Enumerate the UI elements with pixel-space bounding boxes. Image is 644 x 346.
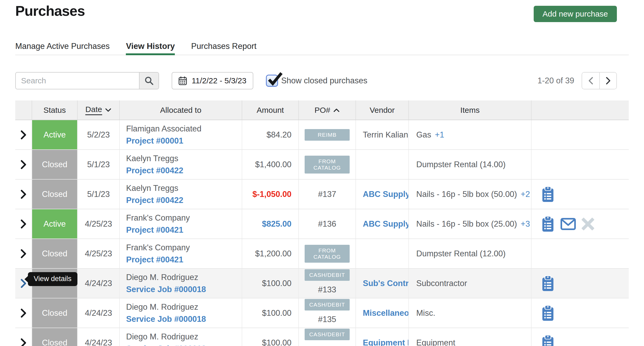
- vendor-cell: ABC Supply: [356, 180, 409, 209]
- vendor-link[interactable]: Miscellaneou...: [363, 308, 408, 318]
- allocated-link[interactable]: Project #00422: [126, 196, 183, 205]
- email-icon[interactable]: [561, 218, 576, 230]
- col-po[interactable]: PO#: [299, 100, 356, 120]
- vendor-cell: Terrin Kalian: [356, 120, 409, 149]
- chevron-right-icon: [605, 76, 611, 85]
- col-status[interactable]: Status: [32, 100, 78, 120]
- vendor-link[interactable]: Equipment R...: [363, 338, 408, 346]
- po-type-badge: FROM CATALOG: [305, 156, 350, 174]
- table-row: Closed 5/1/23 Kaelyn Treggs Project #004…: [15, 180, 629, 209]
- po-number: #133: [318, 285, 336, 294]
- allocated-link[interactable]: Project #00421: [126, 255, 183, 264]
- expand-row-button[interactable]: View details: [15, 269, 32, 298]
- allocated-link[interactable]: Project #00421: [126, 225, 183, 235]
- date-cell: 4/25/23: [78, 239, 120, 268]
- tab-view-history[interactable]: View History: [126, 42, 175, 55]
- items-cell: Dumpster Rental (14.00): [409, 150, 532, 179]
- po-type-badge: FROM CATALOG: [305, 245, 350, 263]
- items-text: Gas: [416, 130, 431, 140]
- date-cell: 5/1/23: [78, 180, 120, 209]
- purchase-order-clipboard-icon[interactable]: [541, 305, 555, 321]
- vendor-link[interactable]: ABC Supply: [363, 219, 408, 229]
- amount-cell: $100.00: [242, 298, 299, 328]
- date-cell: 4/25/23: [78, 209, 120, 238]
- vendor-link[interactable]: Terrin Kalian: [363, 130, 408, 140]
- expand-row-button[interactable]: [15, 180, 32, 209]
- amount-cell: $84.20: [242, 120, 299, 149]
- amount-cell: $825.00: [242, 209, 299, 238]
- items-more-link[interactable]: +3: [521, 219, 530, 229]
- col-po-label: PO#: [314, 106, 330, 115]
- amount-cell: $-1,050.00: [242, 180, 299, 209]
- previous-page-button[interactable]: [582, 73, 599, 89]
- table-row: Closed 5/1/23 Kaelyn Treggs Project #004…: [15, 150, 629, 180]
- purchase-order-clipboard-icon[interactable]: [541, 275, 555, 292]
- actions-cell: [532, 180, 622, 209]
- status-cell: Active: [32, 209, 78, 238]
- expand-row-button[interactable]: [15, 328, 32, 346]
- allocated-link[interactable]: Project #00422: [126, 166, 183, 175]
- allocated-link[interactable]: Service Job #000018: [126, 314, 206, 324]
- chevron-right-icon: [20, 159, 27, 170]
- tab-manage-active-purchases[interactable]: Manage Active Purchases: [15, 42, 110, 55]
- expand-row-button[interactable]: [15, 209, 32, 238]
- show-closed-checkbox[interactable]: [266, 75, 278, 87]
- status-label: Active: [43, 130, 66, 140]
- col-allocated-label: Allocated to: [160, 106, 201, 115]
- date-value: 4/25/23: [85, 219, 112, 229]
- allocated-name: Kaelyn Treggs: [126, 184, 178, 193]
- cancel-icon[interactable]: [582, 218, 594, 230]
- po-cell: CASH/DEBIT #134: [299, 328, 356, 346]
- purchase-order-clipboard-icon[interactable]: [541, 186, 555, 202]
- po-cell: CASH/DEBIT #135: [299, 298, 356, 328]
- allocated-link[interactable]: Service Job #000018: [126, 285, 206, 294]
- purchase-order-clipboard-icon[interactable]: [541, 335, 555, 346]
- search-button[interactable]: [139, 73, 158, 89]
- vendor-link[interactable]: ABC Supply: [363, 190, 408, 199]
- tooltip-caret: [24, 276, 28, 283]
- date-cell: 4/24/23: [78, 328, 120, 346]
- add-new-purchase-button[interactable]: Add new purchase: [534, 6, 617, 22]
- purchase-order-clipboard-icon[interactable]: [541, 216, 555, 232]
- status-label: Closed: [42, 338, 67, 346]
- allocated-name: Frank's Company: [126, 213, 190, 223]
- vendor-cell: Sub's Contra...: [356, 269, 409, 298]
- next-page-button[interactable]: [599, 73, 616, 89]
- col-allocated-to[interactable]: Allocated to: [120, 100, 242, 120]
- col-date[interactable]: Date: [78, 100, 120, 120]
- search-input[interactable]: [16, 73, 139, 89]
- col-vendor-label: Vendor: [370, 106, 395, 115]
- po-cell: #136: [299, 209, 356, 238]
- amount-value: $825.00: [262, 219, 291, 229]
- col-items[interactable]: Items: [409, 100, 532, 120]
- items-cell: Nails - 16p - 5lb box (50.00) +2: [409, 180, 532, 209]
- actions-cell: [532, 120, 622, 149]
- expand-row-button[interactable]: [15, 150, 32, 179]
- tabs: Manage Active Purchases View History Pur…: [15, 42, 629, 55]
- date-value: 4/24/23: [85, 279, 112, 288]
- allocated-cell: Flamigan Associated Project #00001: [120, 120, 242, 149]
- chevron-right-icon: [20, 248, 27, 259]
- amount-value: $100.00: [262, 338, 291, 346]
- expand-row-button[interactable]: [15, 298, 32, 328]
- search-icon: [144, 76, 154, 85]
- col-actions: [532, 100, 622, 120]
- tooltip-text: View details: [34, 275, 72, 283]
- expand-row-button[interactable]: [15, 239, 32, 268]
- items-more-link[interactable]: +1: [435, 130, 444, 140]
- amount-cell: $100.00: [242, 328, 299, 346]
- col-amount-label: Amount: [257, 106, 284, 115]
- col-amount[interactable]: Amount: [242, 100, 299, 120]
- calendar-icon: [179, 76, 187, 85]
- allocated-link[interactable]: Project #00001: [126, 136, 183, 146]
- expand-row-button[interactable]: [15, 120, 32, 149]
- date-cell: 4/24/23: [78, 269, 120, 298]
- table-row: Closed 4/24/23 Diego M. Rodriguez Servic…: [15, 298, 629, 328]
- actions-cell: [532, 209, 622, 238]
- tab-purchases-report[interactable]: Purchases Report: [191, 42, 256, 55]
- date-range-input[interactable]: 11/2/22 - 5/3/23: [172, 72, 253, 89]
- allocated-link[interactable]: Service Job #000018: [126, 344, 206, 346]
- items-more-link[interactable]: +2: [521, 190, 530, 199]
- col-vendor[interactable]: Vendor: [356, 100, 409, 120]
- vendor-link[interactable]: Sub's Contra...: [363, 279, 408, 288]
